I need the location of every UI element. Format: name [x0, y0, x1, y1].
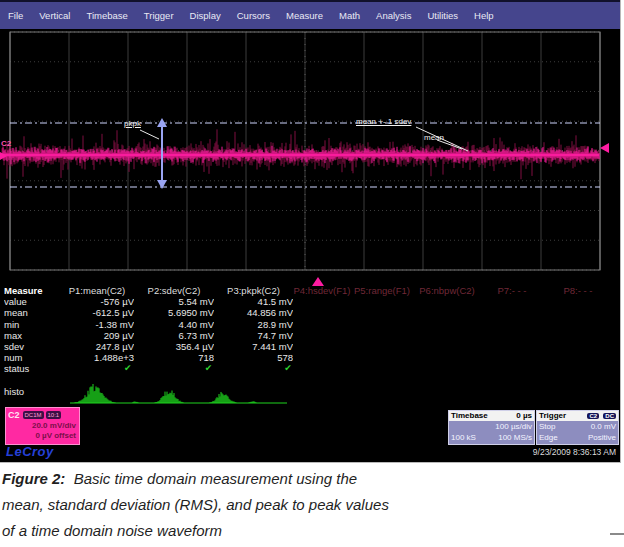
caption-line2: mean, standard deviation (RMS), and peak…	[2, 492, 472, 518]
row-label: min	[4, 319, 60, 330]
status-check-icon: ✔	[214, 363, 294, 374]
measure-cell: 356.4 µV	[134, 341, 214, 352]
status-check-icon	[294, 363, 353, 374]
param-header-7: P7:- - -	[481, 285, 543, 296]
oscilloscope-screenshot: FileVerticalTimebaseTriggerDisplayCursor…	[0, 0, 621, 463]
sample-count: 100 kS	[451, 432, 476, 443]
histo-row-label: histo	[4, 386, 24, 397]
trigger-slope: Positive	[588, 432, 616, 443]
pkpk-annotation: pkpk	[124, 119, 141, 128]
trigger-level-marker[interactable]	[600, 143, 609, 153]
trigger-source-badge: C2	[587, 413, 599, 419]
channel-offset-marker[interactable]	[0, 152, 7, 160]
channel-offset: 0 µV offset	[6, 431, 79, 441]
param-header-4: P4:hsdev(F1)	[293, 285, 351, 296]
measure-cell	[351, 330, 413, 341]
timebase-delay: 0 µs	[516, 411, 532, 421]
measure-cell: 578	[214, 352, 293, 363]
menu-item-vertical[interactable]: Vertical	[31, 10, 78, 21]
timestamp: 9/23/2009 8:36:13 AM	[533, 447, 616, 457]
measure-cell	[351, 341, 413, 352]
menu-item-trigger[interactable]: Trigger	[136, 10, 182, 21]
measure-cell	[293, 341, 351, 352]
measure-cell: 209 µV	[60, 330, 134, 341]
measure-title: Measure	[4, 285, 60, 296]
menu-item-cursors[interactable]: Cursors	[229, 10, 278, 21]
timebase-box[interactable]: Timebase 0 µs 100 µs/div 100 kS 100 MS/s	[448, 410, 535, 445]
caption-line1: Basic time domain measurement using the	[74, 470, 357, 487]
status-check-icon	[353, 363, 416, 374]
measure-cell	[481, 296, 543, 307]
measure-cell	[481, 330, 543, 341]
channel-c2-label: C2	[1, 139, 11, 148]
measure-cell	[543, 352, 613, 363]
menu-item-file[interactable]: File	[0, 10, 31, 21]
measure-cell	[293, 296, 351, 307]
mean-sdev-annotation: mean +- 1 sdev	[356, 117, 411, 126]
param-header-1: P1:mean(C2)	[60, 285, 134, 296]
menu-item-math[interactable]: Math	[331, 10, 368, 21]
measure-cell	[413, 296, 481, 307]
measure-row-num: num1.488e+3718578	[4, 352, 618, 363]
row-label: num	[4, 352, 60, 363]
measure-cell: 5.54 mV	[134, 296, 214, 307]
measure-cell: -612.5 µV	[60, 307, 134, 318]
row-label: mean	[4, 307, 60, 318]
menu-item-display[interactable]: Display	[182, 10, 229, 21]
measure-cell: 28.9 mV	[214, 319, 293, 330]
measure-cell	[481, 307, 543, 318]
menu-item-analysis[interactable]: Analysis	[368, 10, 419, 21]
measure-cell	[543, 296, 613, 307]
status-check-icon	[416, 363, 485, 374]
menu-item-measure[interactable]: Measure	[278, 10, 331, 21]
measure-cell: 1.488e+3	[60, 352, 134, 363]
channel-name: C2	[8, 410, 20, 420]
measure-cell: 4.40 mV	[134, 319, 214, 330]
menu-bar: FileVerticalTimebaseTriggerDisplayCursor…	[0, 0, 620, 29]
time-per-div: 100 µs/div	[495, 421, 532, 432]
status-check-icon	[547, 363, 618, 374]
mean-annotation: mean	[424, 133, 444, 142]
measure-cell	[293, 330, 351, 341]
page: FileVerticalTimebaseTriggerDisplayCursor…	[0, 0, 624, 547]
channel-descriptor-box[interactable]: C2 DC1M 10:1 20.0 mV/div 0 µV offset	[5, 407, 80, 445]
measure-cell	[351, 319, 413, 330]
measure-cell	[351, 352, 413, 363]
param-header-3: P3:pkpk(C2)	[214, 285, 293, 296]
menu-item-timebase[interactable]: Timebase	[78, 10, 135, 21]
measure-cell	[413, 307, 481, 318]
measure-cell	[543, 307, 613, 318]
measure-cell	[543, 341, 613, 352]
status-check-icon: ✔	[59, 363, 134, 374]
measure-cell	[351, 296, 413, 307]
trigger-title: Trigger	[539, 411, 566, 421]
measure-row-max: max209 µV6.73 mV74.7 mV	[4, 330, 618, 341]
measure-cell	[293, 352, 351, 363]
measure-cell: -1.38 mV	[60, 319, 134, 330]
row-label: status	[4, 363, 59, 374]
caption-label: Figure 2:	[2, 470, 65, 487]
measure-cell: 247.8 µV	[60, 341, 134, 352]
status-check-icon	[484, 363, 547, 374]
lecroy-logo: LeCroy	[6, 444, 54, 459]
trigger-coupling-badge: DC	[603, 413, 616, 419]
measure-cell	[413, 319, 481, 330]
measure-cell: 5.6950 mV	[134, 307, 214, 318]
figure-caption: Figure 2: Basic time domain measurement …	[2, 466, 472, 544]
menu-item-utilities[interactable]: Utilities	[419, 10, 466, 21]
measure-row-sdev: sdev247.8 µV356.4 µV7.441 mV	[4, 341, 618, 352]
measure-cell	[293, 319, 351, 330]
sample-rate: 100 MS/s	[498, 432, 532, 443]
param-header-5: P5:range(F1)	[351, 285, 413, 296]
menu-item-help[interactable]: Help	[466, 10, 502, 21]
coupling-badge: DC1M	[23, 411, 44, 419]
measure-row-min: min-1.38 mV4.40 mV28.9 mV	[4, 319, 618, 330]
status-check-icon: ✔	[134, 363, 215, 374]
attenuation-badge: 10:1	[46, 411, 62, 419]
timebase-title: Timebase	[451, 411, 488, 421]
measure-cell	[543, 330, 613, 341]
param-header-6: P6:nbpw(C2)	[413, 285, 481, 296]
trigger-box[interactable]: Trigger C2 DC Stop 0.0 mV Edge Positive	[536, 410, 619, 445]
measure-cell: 44.856 mV	[214, 307, 293, 318]
measure-row-value: value-576 µV5.54 mV41.5 mV	[4, 296, 618, 307]
